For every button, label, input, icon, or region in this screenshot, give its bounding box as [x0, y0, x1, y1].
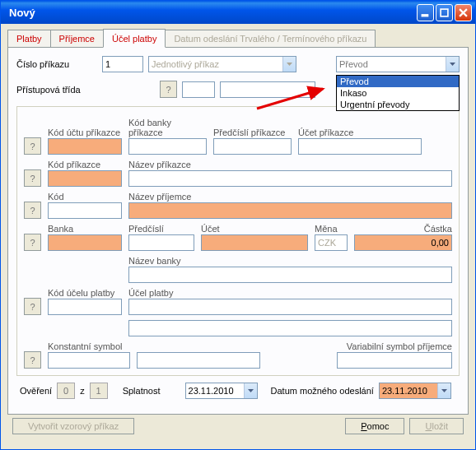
- tab-ucel-platby[interactable]: Účel platby: [103, 29, 166, 48]
- row-ucel-platby: ? Kód účelu platby Účel platby: [24, 288, 452, 315]
- input-kod-banky-prikazce[interactable]: [128, 138, 207, 155]
- tab-datum-odeslani: Datum odeslání Trvalého / Termínového př…: [165, 30, 376, 48]
- minimize-button[interactable]: [417, 4, 434, 21]
- footer-buttons: Vytvořit vzorový příkaz Pomoc Uložit: [7, 415, 469, 438]
- option-inkaso[interactable]: Inkaso: [337, 87, 459, 99]
- titlebar: Nový: [1, 1, 475, 24]
- client-area: Platby Příjemce Účel platby Datum odeslá…: [1, 24, 475, 444]
- input-prevod[interactable]: [336, 56, 460, 72]
- label-kod-prikazce: Kód příkazce: [48, 160, 122, 169]
- window-buttons: [417, 4, 472, 21]
- label-konstantni-symbol: Konstantní symbol: [48, 341, 130, 351]
- tab-strip: Platby Příjemce Účel platby Datum odeslá…: [7, 30, 469, 48]
- row-banka: ? Banka Předčíslí Účet Měna: [24, 224, 452, 251]
- help-button[interactable]: ?: [24, 298, 41, 315]
- label-predcisli: Předčíslí: [128, 224, 194, 234]
- button-pomoc[interactable]: Pomoc: [345, 418, 404, 434]
- input-kod-uctu-prikazce[interactable]: [48, 138, 122, 155]
- input-ucet-prikazce[interactable]: [298, 138, 422, 155]
- help-button[interactable]: ?: [24, 202, 41, 219]
- help-button[interactable]: ?: [24, 169, 41, 187]
- input-konstantni-symbol[interactable]: [48, 352, 130, 369]
- input-symbol-mid[interactable]: [137, 352, 260, 369]
- input-overeni-2: [90, 383, 108, 399]
- app-window: Nový Platby Příjemce Účel platby Datum o…: [0, 0, 476, 450]
- combo-prevod[interactable]: [336, 56, 460, 72]
- svg-rect-0: [422, 14, 428, 16]
- help-button[interactable]: ?: [24, 351, 41, 369]
- input-kod[interactable]: [48, 202, 122, 219]
- label-ucel-platby: Účel platby: [128, 288, 452, 298]
- button-ulozit: Uložit: [409, 418, 464, 434]
- chevron-down-icon[interactable]: [437, 383, 450, 398]
- label-overeni: Ověření: [20, 386, 52, 396]
- label-ucet: Účet: [201, 224, 308, 234]
- combo-datum-odeslani[interactable]: [379, 383, 451, 399]
- row-kod-prikazce: ? Kód příkazce Název příkazce: [24, 160, 452, 187]
- label-z: z: [80, 386, 85, 396]
- tab-prijemce[interactable]: Příjemce: [50, 30, 104, 48]
- row-kod: ? Kód Název příjemce: [24, 192, 452, 219]
- label-kod-uctu-prikazce: Kód účtu příkazce: [48, 128, 122, 137]
- chevron-down-icon[interactable]: [244, 383, 257, 398]
- dropdown-prevod-list[interactable]: Převod Inkaso Urgentní převody: [336, 75, 460, 111]
- label-kod-banky-prikazce: Kód banky příkazce: [128, 118, 207, 137]
- input-pristupova-trida-kod[interactable]: [182, 81, 215, 98]
- label-splatnost: Splatnost: [123, 386, 161, 396]
- input-nazev-prikazce[interactable]: [128, 170, 452, 187]
- input-ucel-platby[interactable]: [128, 299, 452, 315]
- tab-platby[interactable]: Platby: [7, 30, 51, 48]
- help-button[interactable]: ?: [24, 137, 41, 155]
- option-urgentni[interactable]: Urgentní převody: [337, 99, 459, 110]
- option-prevod[interactable]: Převod: [337, 76, 459, 87]
- label-banka: Banka: [48, 224, 122, 234]
- label-predcisli-prikazce: Předčíslí příkazce: [213, 128, 292, 137]
- input-ucet[interactable]: [201, 234, 308, 251]
- label-nazev-prijemce: Název příjemce: [128, 192, 452, 202]
- combo-typ-prikazu: [148, 56, 296, 72]
- svg-marker-9: [441, 389, 447, 392]
- input-nazev-prijemce[interactable]: [128, 202, 452, 219]
- chevron-down-icon: [282, 57, 296, 72]
- svg-rect-1: [441, 9, 448, 16]
- svg-marker-8: [248, 389, 254, 392]
- row-ucel-platby-2: [24, 320, 452, 336]
- input-cislo-prikazu[interactable]: [102, 56, 143, 72]
- input-predcisli[interactable]: [128, 234, 194, 251]
- input-castka[interactable]: [354, 234, 452, 251]
- window-title: Nový: [4, 7, 417, 19]
- combo-splatnost[interactable]: [185, 383, 258, 399]
- detail-group: ? Kód účtu příkazce Kód banky příkazce P…: [16, 106, 460, 376]
- row-cislo-prikazu: Číslo příkazu: [16, 56, 460, 72]
- input-nazev-banky[interactable]: [128, 267, 452, 283]
- input-banka[interactable]: [48, 234, 122, 251]
- label-cislo-prikazu: Číslo příkazu: [16, 59, 97, 69]
- help-button[interactable]: ?: [160, 81, 177, 98]
- input-kod-prikazce[interactable]: [48, 170, 122, 187]
- tab-panel: Číslo příkazu Převod Inkaso Urgentní pře…: [7, 47, 469, 415]
- input-overeni-1: [57, 383, 75, 399]
- row-symboly: ? Konstantní symbol Variabilní symbol př…: [24, 341, 452, 369]
- label-castka: Částka: [354, 224, 452, 234]
- input-predcisli-prikazce[interactable]: [213, 138, 292, 155]
- annotation-arrow: [255, 84, 329, 114]
- help-button[interactable]: ?: [24, 234, 41, 251]
- close-button[interactable]: [455, 4, 472, 21]
- input-variabilni-symbol[interactable]: [337, 352, 452, 369]
- input-ucel-platby-2[interactable]: [128, 320, 452, 336]
- chevron-down-icon[interactable]: [446, 57, 459, 72]
- svg-line-7: [257, 89, 323, 109]
- label-mena: Měna: [315, 224, 348, 234]
- input-kod-ucelu-platby[interactable]: [48, 299, 122, 315]
- label-ucet-prikazce: Účet příkazce: [298, 128, 422, 137]
- svg-marker-5: [450, 63, 455, 66]
- svg-marker-4: [287, 63, 292, 66]
- label-datum-odeslani: Datum možného odeslání: [271, 386, 374, 396]
- label-kod-ucelu-platby: Kód účelu platby: [48, 288, 122, 298]
- input-typ-prikazu: [148, 56, 296, 72]
- label-kod: Kód: [48, 192, 122, 202]
- row-prikazce-ucet: ? Kód účtu příkazce Kód banky příkazce P…: [24, 118, 452, 155]
- maximize-button[interactable]: [436, 4, 453, 21]
- label-nazev-banky: Název banky: [128, 256, 452, 266]
- button-vytvorit-vzorovy: Vytvořit vzorový příkaz: [12, 418, 134, 434]
